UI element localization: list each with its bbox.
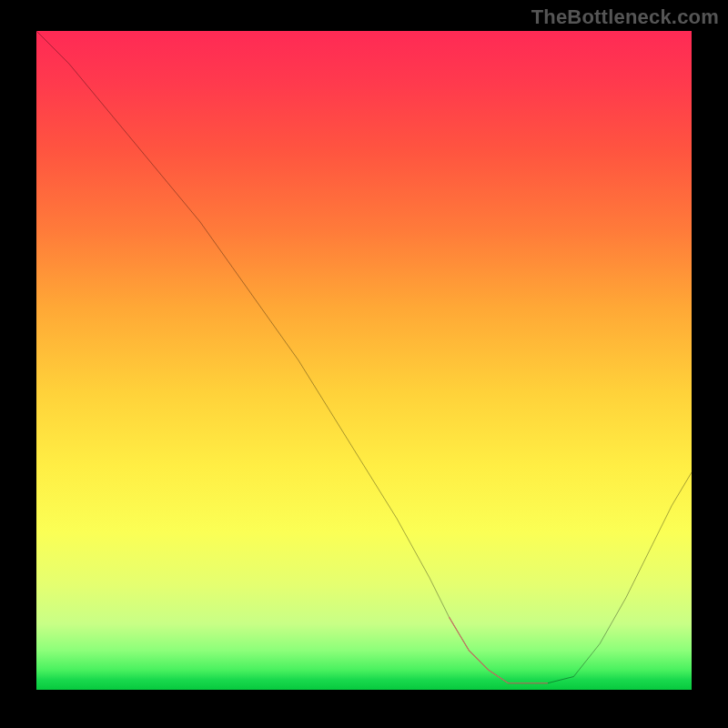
minimum-highlight <box>450 617 548 682</box>
plot-area <box>36 31 692 690</box>
curve-layer <box>36 31 692 690</box>
bottleneck-curve <box>36 31 692 683</box>
chart-container: TheBottleneck.com <box>0 0 728 728</box>
watermark-text: TheBottleneck.com <box>531 5 719 29</box>
